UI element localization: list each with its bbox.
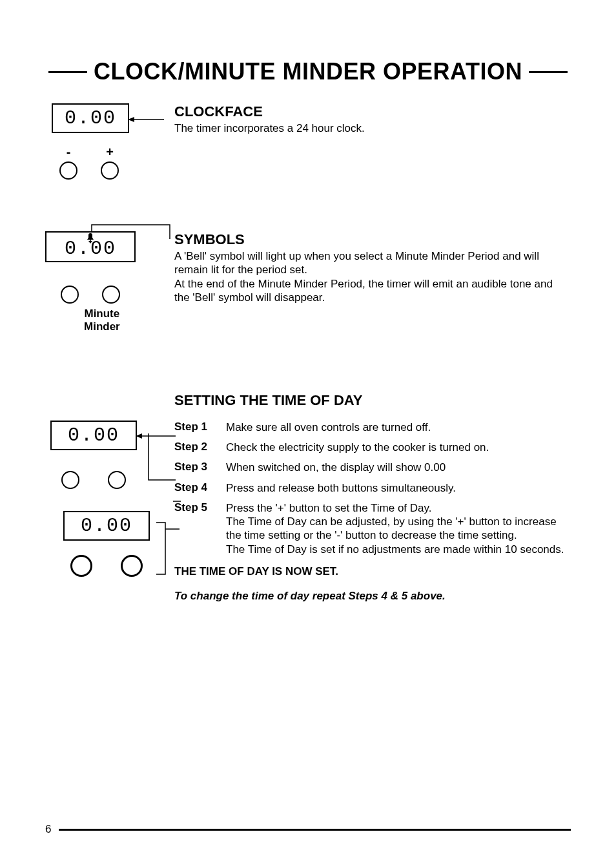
- step-4-label: Step 4: [174, 481, 226, 495]
- svg-marker-3: [88, 241, 92, 244]
- plus-label: +: [106, 145, 114, 158]
- title-rule-left: [48, 71, 87, 73]
- page-title: CLOCK/MINUTE MINDER OPERATION: [87, 58, 529, 85]
- footer-line: [59, 829, 571, 831]
- setting1-plus-button[interactable]: [108, 471, 126, 489]
- now-set-text: THE TIME OF DAY IS NOW SET.: [174, 565, 571, 578]
- page-number: 6: [45, 823, 59, 836]
- mm-label-2: Minder: [84, 320, 120, 333]
- clockface-display: 0.00: [52, 103, 129, 133]
- symbols-minus-button[interactable]: [61, 286, 79, 304]
- page-title-row: CLOCK/MINUTE MINDER OPERATION: [45, 58, 571, 85]
- minute-minder-label: Minute Minder: [84, 307, 120, 334]
- repeat-text: To change the time of day repeat Steps 4…: [174, 590, 571, 603]
- setting1-minus-button[interactable]: [61, 471, 79, 489]
- setting2-minus-button[interactable]: [70, 555, 92, 577]
- symbols-display: 0.00: [45, 231, 136, 262]
- step-1-label: Step 1: [174, 421, 226, 434]
- minus-button[interactable]: [59, 161, 77, 180]
- clockface-heading: CLOCKFACE: [174, 103, 571, 120]
- symbols-plus-button[interactable]: [102, 286, 120, 304]
- plus-button[interactable]: [101, 161, 119, 180]
- setting-display-1-value: 0.00: [68, 424, 119, 446]
- setting-display-2-value: 0.00: [81, 515, 132, 537]
- setting2-plus-button[interactable]: [121, 555, 143, 577]
- step-3-text: When switched on, the display will show …: [226, 461, 571, 474]
- symbols-heading: SYMBOLS: [174, 231, 571, 248]
- step-2-label: Step 2: [174, 441, 226, 454]
- title-rule-right: [529, 71, 568, 73]
- clockface-display-value: 0.00: [65, 107, 116, 129]
- step-4-text: Press and release both buttons simultane…: [226, 481, 571, 495]
- bell-icon: [86, 233, 95, 244]
- minus-label: -: [67, 145, 71, 158]
- mm-label-1: Minute: [84, 307, 119, 320]
- setting-heading: SETTING THE TIME OF DAY: [174, 392, 571, 409]
- step-1-text: Make sure all oven controls are turned o…: [226, 421, 571, 434]
- setting-display-1: 0.00: [50, 421, 137, 450]
- step-5-label: Step 5: [174, 501, 226, 556]
- footer: 6: [45, 823, 571, 836]
- step-3-label: Step 3: [174, 461, 226, 474]
- step-2-text: Check the electricity supply to the cook…: [226, 441, 571, 454]
- symbols-text-1: A 'Bell' symbol will light up when you s…: [174, 249, 571, 277]
- step-5-text: Press the '+' button to set the Time of …: [226, 501, 571, 556]
- symbols-text-2: At the end of the Minute Minder Period, …: [174, 277, 571, 305]
- setting-display-2: 0.00: [63, 511, 150, 541]
- clockface-text: The timer incorporates a 24 hour clock.: [174, 121, 571, 135]
